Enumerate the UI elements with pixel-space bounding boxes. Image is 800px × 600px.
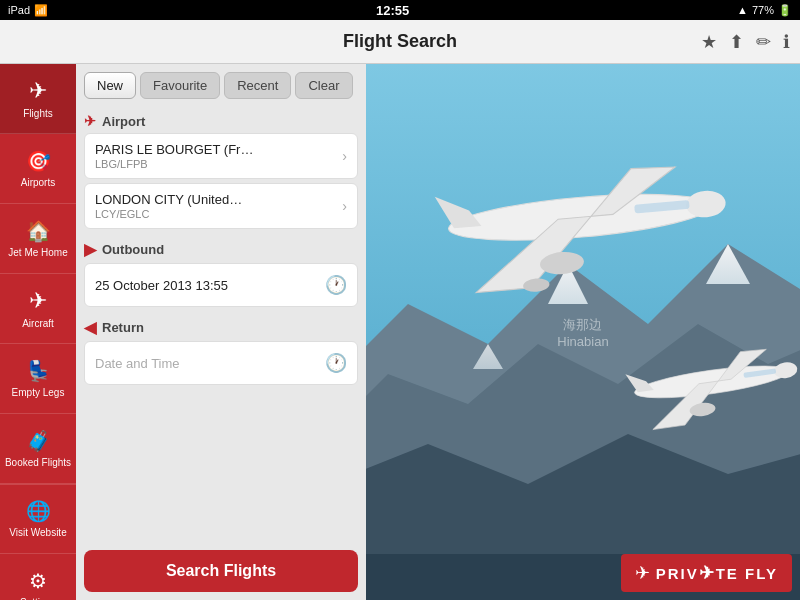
return-section: ◀ Return Date and Time 🕐 — [84, 313, 358, 385]
return-clock-icon: 🕐 — [325, 352, 347, 374]
sidebar: ✈ Flights 🎯 Airports 🏠 Jet Me Home ✈ Air… — [0, 64, 76, 600]
outbound-label: Outbound — [102, 242, 164, 257]
carrier-label: iPad — [8, 4, 30, 16]
departure-chevron-icon: › — [342, 148, 347, 164]
sidebar-label-visit-website: Visit Website — [9, 527, 66, 539]
wifi-icon: 📶 — [34, 4, 48, 17]
outbound-header: ▶ Outbound — [84, 235, 358, 263]
return-date-item[interactable]: Date and Time 🕐 — [84, 341, 358, 385]
signal-icon: ▲ — [737, 4, 748, 16]
sidebar-item-booked-flights[interactable]: 🧳 Booked Flights — [0, 414, 76, 484]
sidebar-label-flights: Flights — [23, 108, 52, 120]
sidebar-item-airports[interactable]: 🎯 Airports — [0, 134, 76, 204]
airport-section-label: Airport — [102, 114, 145, 129]
share-icon[interactable]: ⬆ — [729, 31, 744, 53]
logo-area[interactable]: ✈ PRIV✈TE FLY — [621, 554, 792, 592]
sidebar-label-airports: Airports — [21, 177, 55, 189]
sidebar-item-jet-me-home[interactable]: 🏠 Jet Me Home — [0, 204, 76, 274]
departure-airport-info: PARIS LE BOURGET (Fr… LBG/LFPB — [95, 142, 253, 170]
logo-text: PRIV✈TE FLY — [656, 562, 778, 584]
arrival-chevron-icon: › — [342, 198, 347, 214]
status-bar: iPad 📶 12:55 ▲ 77% 🔋 — [0, 0, 800, 20]
status-left: iPad 📶 — [8, 4, 48, 17]
airport-section-header: ✈ Airport — [84, 107, 358, 133]
aircraft-icon: ✈ — [29, 288, 47, 314]
sidebar-label-booked-flights: Booked Flights — [5, 457, 71, 469]
title-bar-icons: ★ ⬆ ✏ ℹ — [701, 31, 790, 53]
sidebar-item-visit-website[interactable]: 🌐 Visit Website — [0, 484, 76, 554]
outbound-date-item[interactable]: 25 October 2013 13:55 🕐 — [84, 263, 358, 307]
edit-icon[interactable]: ✏ — [756, 31, 771, 53]
return-icon: ◀ — [84, 318, 96, 337]
sidebar-item-settings[interactable]: ⚙ Settings — [0, 554, 76, 600]
outbound-date-value: 25 October 2013 13:55 — [95, 278, 228, 293]
tab-new[interactable]: New — [84, 72, 136, 99]
airport-section-icon: ✈ — [84, 113, 96, 129]
outbound-clock-icon: 🕐 — [325, 274, 347, 296]
background-svg — [366, 64, 800, 600]
arrival-airport-item[interactable]: LONDON CITY (United… LCY/EGLC › — [84, 183, 358, 229]
background-area: 海那边 Hinabian ✈ PRIV✈TE FLY — [366, 64, 800, 600]
flights-icon: ✈ — [29, 78, 47, 104]
search-flights-button[interactable]: Search Flights — [84, 550, 358, 592]
return-label: Return — [102, 320, 144, 335]
jet-me-home-icon: 🏠 — [26, 219, 51, 243]
departure-airport-name: PARIS LE BOURGET (Fr… — [95, 142, 253, 157]
logo-text-group: PRIV✈TE FLY — [656, 562, 778, 584]
departure-airport-item[interactable]: PARIS LE BOURGET (Fr… LBG/LFPB › — [84, 133, 358, 179]
star-icon[interactable]: ★ — [701, 31, 717, 53]
departure-airport-code: LBG/LFPB — [95, 158, 253, 170]
visit-website-icon: 🌐 — [26, 499, 51, 523]
booked-flights-icon: 🧳 — [26, 429, 51, 453]
arrival-airport-info: LONDON CITY (United… LCY/EGLC — [95, 192, 242, 220]
sidebar-label-jet-me-home: Jet Me Home — [8, 247, 67, 259]
sidebar-item-flights[interactable]: ✈ Flights — [0, 64, 76, 134]
battery-icon: 🔋 — [778, 4, 792, 17]
battery-label: 77% — [752, 4, 774, 16]
app-container: Flight Search ★ ⬆ ✏ ℹ ✈ Flights 🎯 Airpor… — [0, 20, 800, 600]
arrival-airport-name: LONDON CITY (United… — [95, 192, 242, 207]
search-panel: New Favourite Recent Clear ✈ Airport PAR… — [76, 64, 366, 600]
sidebar-item-empty-legs[interactable]: 💺 Empty Legs — [0, 344, 76, 414]
sidebar-label-aircraft: Aircraft — [22, 318, 54, 330]
outbound-icon: ▶ — [84, 240, 96, 259]
time-label: 12:55 — [376, 3, 409, 18]
tab-recent[interactable]: Recent — [224, 72, 291, 99]
tab-favourite[interactable]: Favourite — [140, 72, 220, 99]
title-bar: Flight Search ★ ⬆ ✏ ℹ — [0, 20, 800, 64]
settings-icon: ⚙ — [29, 569, 47, 593]
sidebar-label-empty-legs: Empty Legs — [12, 387, 65, 399]
return-date-placeholder: Date and Time — [95, 356, 180, 371]
airports-icon: 🎯 — [26, 149, 51, 173]
sidebar-item-aircraft[interactable]: ✈ Aircraft — [0, 274, 76, 344]
arrival-airport-code: LCY/EGLC — [95, 208, 242, 220]
return-header: ◀ Return — [84, 313, 358, 341]
tab-row: New Favourite Recent Clear — [76, 64, 366, 99]
info-icon[interactable]: ℹ — [783, 31, 790, 53]
empty-legs-icon: 💺 — [26, 359, 51, 383]
tab-clear[interactable]: Clear — [295, 72, 352, 99]
search-form: ✈ Airport PARIS LE BOURGET (Fr… LBG/LFPB… — [76, 99, 366, 542]
sidebar-label-settings: Settings — [20, 597, 56, 601]
page-title: Flight Search — [343, 31, 457, 52]
outbound-section: ▶ Outbound 25 October 2013 13:55 🕐 — [84, 235, 358, 307]
status-right: ▲ 77% 🔋 — [737, 4, 792, 17]
logo-icon: ✈ — [635, 562, 650, 584]
content-row: ✈ Flights 🎯 Airports 🏠 Jet Me Home ✈ Air… — [0, 64, 800, 600]
